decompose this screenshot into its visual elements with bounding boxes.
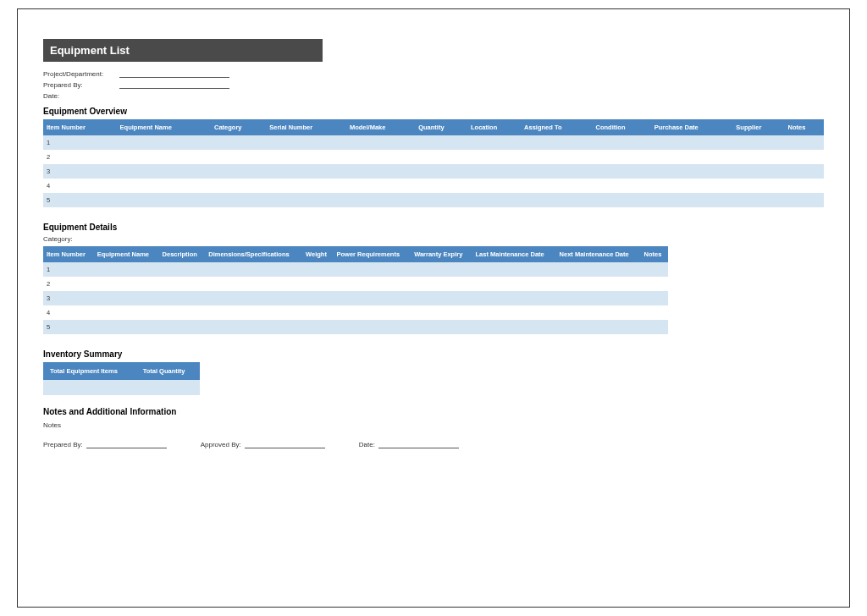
- col-serial-number: Serial Number: [266, 119, 346, 135]
- field-date: Date:: [43, 92, 824, 100]
- table-row[interactable]: 2: [43, 277, 668, 291]
- col-equipment-name: Equipment Name: [94, 246, 159, 262]
- table-overview-header-row: Item Number Equipment Name Category Seri…: [43, 119, 824, 135]
- label-sig-prepared-by: Prepared By:: [43, 441, 83, 448]
- col-item-number: Item Number: [43, 246, 94, 262]
- document-page: Equipment List Project/Department: Prepa…: [17, 8, 850, 608]
- label-category: Category:: [43, 235, 824, 243]
- col-warranty: Warranty Expiry: [411, 246, 472, 262]
- col-notes: Notes: [641, 246, 668, 262]
- sig-prepared-by: Prepared By:: [43, 441, 167, 448]
- label-notes: Notes: [43, 421, 824, 429]
- header-fields: Project/Department: Prepared By: Date:: [43, 70, 824, 100]
- table-row[interactable]: 2: [43, 150, 824, 164]
- table-row[interactable]: 5: [43, 193, 824, 207]
- table-row[interactable]: 3: [43, 291, 668, 305]
- cell-item-number: 2: [43, 277, 94, 291]
- col-total-quantity: Total Quantity: [136, 362, 200, 380]
- col-assigned-to: Assigned To: [521, 119, 592, 135]
- table-row[interactable]: 3: [43, 164, 824, 179]
- heading-summary: Inventory Summary: [43, 349, 824, 359]
- col-equipment-name: Equipment Name: [117, 119, 211, 135]
- input-line-prepared-by[interactable]: [119, 81, 229, 89]
- table-row[interactable]: 1: [43, 135, 824, 150]
- cell-item-number: 1: [43, 135, 117, 150]
- table-row[interactable]: 1: [43, 262, 668, 277]
- col-supplier: Supplier: [732, 119, 784, 135]
- input-line-sig-prepared[interactable]: [86, 441, 167, 448]
- heading-notes: Notes and Additional Information: [43, 407, 824, 416]
- label-sig-date: Date:: [359, 441, 375, 448]
- cell-item-number: 3: [43, 291, 94, 305]
- document-title: Equipment List: [43, 39, 323, 62]
- table-summary: Total Equipment Items Total Quantity: [43, 362, 200, 395]
- cell-item-number: 5: [43, 320, 94, 334]
- signature-row: Prepared By: Approved By: Date:: [43, 441, 824, 448]
- cell-item-number: 1: [43, 262, 94, 277]
- col-category: Category: [211, 119, 266, 135]
- col-item-number: Item Number: [43, 119, 117, 135]
- col-last-maint: Last Maintenance Date: [472, 246, 556, 262]
- table-details: Item Number Equipment Name Description D…: [43, 246, 668, 334]
- table-summary-header-row: Total Equipment Items Total Quantity: [43, 362, 200, 380]
- col-description: Description: [159, 246, 206, 262]
- input-line-sig-date[interactable]: [378, 441, 459, 448]
- field-project: Project/Department:: [43, 70, 824, 78]
- cell-item-number: 4: [43, 179, 117, 193]
- sig-date: Date:: [359, 441, 459, 448]
- label-project: Project/Department:: [43, 70, 111, 78]
- input-line-project[interactable]: [119, 70, 229, 78]
- cell-item-number: 2: [43, 150, 117, 164]
- col-next-maint: Next Maintenance Date: [556, 246, 641, 262]
- heading-details: Equipment Details: [43, 223, 824, 232]
- cell-item-number: 4: [43, 305, 94, 320]
- col-power: Power Requirements: [333, 246, 411, 262]
- label-prepared-by: Prepared By:: [43, 81, 111, 89]
- col-notes: Notes: [785, 119, 824, 135]
- table-details-header-row: Item Number Equipment Name Description D…: [43, 246, 668, 262]
- sig-approved-by: Approved By:: [201, 441, 325, 448]
- field-prepared-by: Prepared By:: [43, 81, 824, 89]
- table-row[interactable]: [43, 380, 200, 395]
- col-purchase-date: Purchase Date: [651, 119, 733, 135]
- table-row[interactable]: 5: [43, 320, 668, 334]
- col-dimensions: Dimensions/Specifications: [205, 246, 302, 262]
- col-model-make: Model/Make: [346, 119, 415, 135]
- input-line-sig-approved[interactable]: [245, 441, 325, 448]
- heading-overview: Equipment Overview: [43, 107, 824, 116]
- cell-item-number: 5: [43, 193, 117, 207]
- table-row[interactable]: 4: [43, 305, 668, 320]
- table-overview: Item Number Equipment Name Category Seri…: [43, 119, 824, 207]
- table-row[interactable]: 4: [43, 179, 824, 193]
- col-condition: Condition: [592, 119, 650, 135]
- col-quantity: Quantity: [415, 119, 467, 135]
- col-location: Location: [467, 119, 521, 135]
- col-total-items: Total Equipment Items: [43, 362, 136, 380]
- cell-item-number: 3: [43, 164, 117, 179]
- label-sig-approved-by: Approved By:: [201, 441, 241, 448]
- label-date: Date:: [43, 92, 111, 100]
- col-weight: Weight: [302, 246, 333, 262]
